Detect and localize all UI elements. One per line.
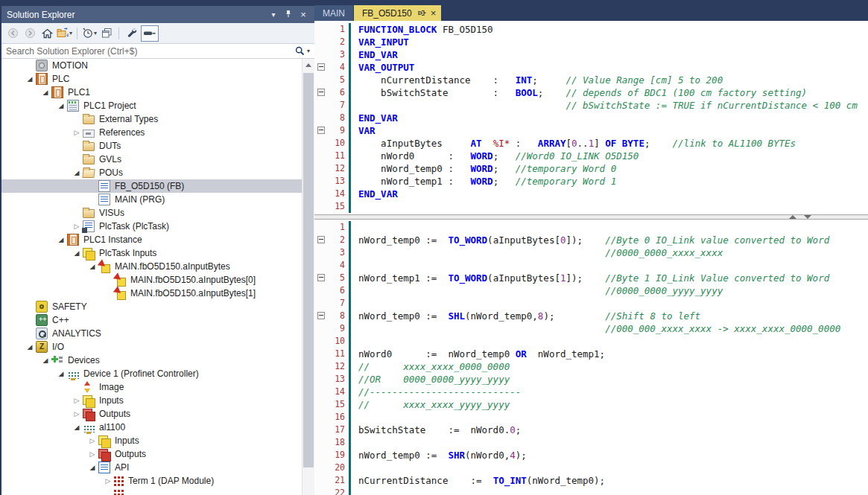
expanded-arrow-icon[interactable]: ◢	[55, 367, 67, 380]
close-icon[interactable]: ×	[431, 8, 437, 18]
expanded-arrow-icon[interactable]: ◢	[86, 260, 98, 273]
tree-item-i-o[interactable]: ◢I/O	[1, 340, 302, 354]
code-line[interactable]: 2VAR_INPUT	[314, 36, 868, 48]
sync-with-active-document-button[interactable]	[99, 25, 114, 42]
collapsed-arrow-icon[interactable]: ▷	[102, 474, 114, 488]
tree-item-item[interactable]	[1, 488, 302, 495]
expanded-arrow-icon[interactable]: ◢	[24, 72, 36, 86]
tree-item-device-1-profinet-controller[interactable]: ◢Device 1 (Profinet Controller)	[1, 367, 302, 380]
code-line[interactable]: 14//---------------------------	[314, 386, 868, 398]
tree-item-main-fbo5d150-ainputbytes-1[interactable]: MAIN.fbO5D150.aInputBytes[1]	[1, 287, 302, 300]
collapsed-arrow-icon[interactable]: ▷	[71, 220, 83, 233]
tree-item-plctask-plctask[interactable]: ▷PlcTask (PlcTask)	[1, 220, 302, 233]
chevron-down-icon[interactable]: ▾	[267, 10, 279, 19]
scroll-up-arrow-icon[interactable]	[305, 63, 311, 67]
tree-item-plc1-instance[interactable]: ◢PLC1 Instance	[1, 233, 302, 246]
code-line[interactable]: 18	[314, 436, 868, 449]
tab-main[interactable]: MAIN	[314, 5, 353, 21]
home-button[interactable]	[39, 25, 54, 42]
code-line[interactable]: 9VAR	[314, 124, 868, 137]
tree-item-devices[interactable]: ◢Devices	[1, 354, 302, 367]
expanded-arrow-icon[interactable]: ◢	[71, 166, 83, 179]
code-line[interactable]: 1	[314, 221, 868, 234]
tab-fb-o5d150[interactable]: FB_O5D150 ×	[354, 5, 441, 21]
tree-scrollbar[interactable]	[302, 59, 314, 495]
expanded-arrow-icon[interactable]: ◢	[71, 246, 83, 260]
code-line[interactable]: 5 nCurrentDistance : INT; // Value Range…	[314, 74, 868, 86]
splitter-collapse-down-icon[interactable]	[804, 215, 811, 219]
pane-splitter[interactable]	[314, 214, 868, 220]
back-button[interactable]	[5, 25, 20, 42]
code-line[interactable]: 17bSwitchState := nWord0.0;	[314, 424, 868, 436]
code-line[interactable]: 3 //0000_0000_xxxx_xxxx	[314, 246, 868, 259]
tree-item-c[interactable]: C++	[1, 313, 302, 327]
tree-item-main-fbo5d150-ainputbytes-0[interactable]: MAIN.fbO5D150.aInputBytes[0]	[1, 273, 302, 287]
tree-item-main-fbo5d150-ainputbytes[interactable]: ◢MAIN.fbO5D150.aInputBytes	[1, 260, 302, 273]
code-line[interactable]: 16	[314, 411, 868, 424]
fold-collapse-icon[interactable]	[314, 234, 329, 246]
collapsed-arrow-icon[interactable]: ▷	[71, 407, 83, 421]
pending-changes-filter-button[interactable]: ▾	[82, 25, 97, 42]
code-line[interactable]: 8END_VAR	[314, 112, 868, 124]
expanded-arrow-icon[interactable]: ◢	[24, 340, 36, 354]
code-line[interactable]: 8nWord_temp0 := SHL(nWord_temp0,8); //Sh…	[314, 310, 868, 322]
fold-collapse-icon[interactable]	[314, 86, 329, 99]
fold-collapse-icon[interactable]	[314, 272, 329, 284]
tree-item-api[interactable]: ◢API	[1, 461, 302, 474]
tree-item-image[interactable]: Image	[1, 380, 302, 394]
tree-item-references[interactable]: ▷References	[1, 126, 302, 139]
fold-collapse-icon[interactable]	[314, 61, 329, 74]
tree-item-plc1[interactable]: ◢PLC1	[1, 86, 302, 99]
code-line[interactable]: 13//OR 0000_0000_yyyy_yyyy	[314, 373, 868, 386]
tree-item-motion[interactable]: MOTION	[1, 59, 302, 72]
code-line[interactable]: 15// xxxx_xxxx_yyyy_yyyy	[314, 398, 868, 411]
expanded-arrow-icon[interactable]: ◢	[71, 421, 83, 434]
pin-icon[interactable]	[282, 10, 294, 19]
code-line[interactable]: 12// xxxx_xxxx_0000_0000	[314, 360, 868, 373]
declaration-pane[interactable]: 1FUNCTION_BLOCK FB_O5D1502VAR_INPUT3END_…	[314, 21, 868, 214]
collapsed-arrow-icon[interactable]: ▷	[71, 394, 83, 407]
splitter-collapse-up-icon[interactable]	[789, 215, 796, 219]
preview-selected-items-button[interactable]	[141, 25, 159, 42]
tree-item-plc1-project[interactable]: ◢PLC1 Project	[1, 99, 302, 112]
code-line[interactable]: 10 aInputBytes AT %I* : ARRAY[0..1] OF B…	[314, 137, 868, 150]
expanded-arrow-icon[interactable]: ◢	[55, 233, 67, 246]
code-line[interactable]: 7	[314, 297, 868, 310]
collapsed-arrow-icon[interactable]: ▷	[71, 126, 83, 139]
expanded-arrow-icon[interactable]: ◢	[86, 461, 98, 474]
code-line[interactable]: 20	[314, 462, 868, 474]
tree-item-outputs[interactable]: ▷Outputs	[1, 447, 302, 461]
expanded-arrow-icon[interactable]: ◢	[39, 354, 51, 367]
code-line[interactable]: 19nWord_temp0 := SHR(nWord0,4);	[314, 449, 868, 462]
tree-item-fb-o5d150-fb[interactable]: FB_O5D150 (FB)	[1, 179, 302, 193]
tree-item-al1100[interactable]: ◢al1100	[1, 421, 302, 434]
switch-views-button[interactable]: ▾	[57, 25, 72, 42]
code-line[interactable]: 11nWord0 := nWord_temp0 OR nWord_temp1;	[314, 348, 868, 360]
code-line[interactable]: 12 nWord_temp0 : WORD; //temporary Word …	[314, 162, 868, 175]
tree-item-term-1-dap-module[interactable]: ▷Term 1 (DAP Module)	[1, 474, 302, 488]
expanded-arrow-icon[interactable]: ◢	[39, 86, 51, 99]
implementation-pane[interactable]: 12nWord_temp0 := TO_WORD(aInputBytes[0])…	[314, 220, 868, 495]
tree-item-outputs[interactable]: ▷Outputs	[1, 407, 302, 421]
tree-item-duts[interactable]: DUTs	[1, 139, 302, 153]
code-line[interactable]: 6 //0000_0000_yyyy_yyyy	[314, 284, 868, 297]
tree-item-external-types[interactable]: External Types	[1, 112, 302, 126]
chevron-down-icon[interactable]: ▾	[307, 48, 310, 54]
code-line[interactable]: 7 // bSwitchState := TRUE if nCurrentDis…	[314, 99, 868, 112]
code-line[interactable]: 2nWord_temp0 := TO_WORD(aInputBytes[0]);…	[314, 234, 868, 246]
tree-item-analytics[interactable]: ANALYTICS	[1, 327, 302, 340]
expanded-arrow-icon[interactable]: ◢	[55, 99, 67, 112]
tree-item-inputs[interactable]: ▷Inputs	[1, 434, 302, 447]
tree-item-visus[interactable]: VISUs	[1, 206, 302, 220]
forward-button[interactable]	[22, 25, 37, 42]
fold-collapse-icon[interactable]	[314, 310, 329, 322]
code-line[interactable]: 15	[314, 200, 868, 213]
fold-collapse-icon[interactable]	[314, 124, 329, 137]
code-line[interactable]: 3END_VAR	[314, 48, 868, 61]
collapsed-arrow-icon[interactable]: ▷	[86, 434, 98, 447]
code-line[interactable]: 4	[314, 259, 868, 272]
tree-item-pous[interactable]: ◢POUs	[1, 166, 302, 179]
close-icon[interactable]: ×	[297, 9, 309, 20]
code-line[interactable]: 6 bSwitchState : BOOL; // depends of BDC…	[314, 86, 868, 99]
properties-button[interactable]	[124, 25, 139, 42]
